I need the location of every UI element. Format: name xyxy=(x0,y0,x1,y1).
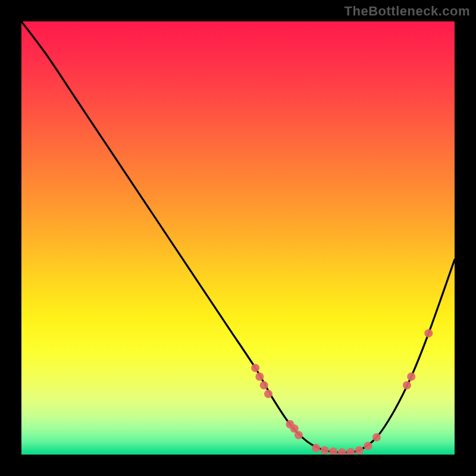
curve-layer xyxy=(21,21,455,455)
data-marker xyxy=(312,444,320,452)
data-marker xyxy=(403,381,411,390)
data-marker xyxy=(346,448,355,455)
watermark-text: TheBottleneck.com xyxy=(345,4,470,19)
marker-group xyxy=(251,329,433,455)
data-marker xyxy=(260,381,268,390)
chart-frame: TheBottleneck.com xyxy=(0,0,476,476)
data-marker xyxy=(407,372,415,381)
data-marker xyxy=(338,448,346,455)
data-marker xyxy=(329,447,337,455)
data-marker xyxy=(255,372,264,381)
data-marker xyxy=(321,446,329,455)
data-marker xyxy=(372,433,381,441)
data-marker xyxy=(264,390,273,398)
data-marker xyxy=(364,441,372,450)
bottleneck-curve-path xyxy=(21,21,455,452)
data-marker xyxy=(355,446,364,455)
data-marker xyxy=(251,364,259,372)
data-marker xyxy=(424,329,433,337)
data-marker xyxy=(295,431,303,439)
plot-area xyxy=(21,21,455,455)
